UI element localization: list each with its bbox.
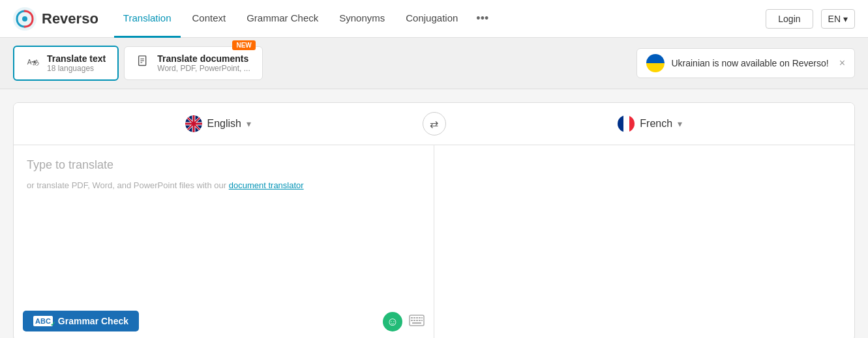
svg-rect-24 [411, 320, 413, 321]
tab-translate-docs[interactable]: NEW Translate documents Word, PDF, Power… [124, 46, 263, 80]
tab-translate-text-title: Translate text [47, 53, 106, 64]
translator-box: English ▾ ⇄ French ▾ Type to translate [13, 102, 855, 338]
target-text-panel [434, 145, 854, 338]
target-lang-label: French [640, 118, 672, 130]
nav-item-synonyms[interactable]: Synonyms [330, 0, 394, 38]
translate-docs-icon [136, 55, 151, 72]
svg-rect-27 [419, 320, 421, 321]
main-content: English ▾ ⇄ French ▾ Type to translate [0, 89, 868, 338]
logo[interactable]: Reverso [13, 7, 98, 31]
svg-rect-23 [421, 317, 423, 318]
target-language-selector[interactable]: French ▾ [446, 115, 855, 132]
svg-text:A: A [27, 58, 32, 65]
svg-rect-21 [416, 317, 418, 318]
svg-rect-20 [413, 317, 415, 318]
fr-flag-icon [618, 115, 635, 132]
grammar-check-icon: ABC ✓ [33, 316, 53, 326]
keyboard-icon [409, 315, 425, 326]
language-bar: English ▾ ⇄ French ▾ [14, 103, 854, 145]
header-right: Login EN ▾ [766, 9, 855, 29]
header: Reverso Translation Context Grammar Chec… [0, 0, 868, 38]
tab-docs-subtitle: Word, PDF, PowerPoint, ... [157, 64, 250, 73]
svg-rect-25 [413, 320, 415, 321]
nav-item-conjugation[interactable]: Conjugation [397, 0, 467, 38]
nav-item-translation[interactable]: Translation [114, 0, 181, 38]
tabs-bar: A あ Translate text 18 languages NEW Tran… [0, 38, 868, 89]
source-panel-actions: ☺ [383, 312, 425, 331]
svg-rect-29 [412, 322, 421, 324]
source-lang-label: English [207, 118, 241, 130]
swap-languages-button[interactable]: ⇄ [423, 112, 446, 135]
uk-flag-icon [185, 115, 202, 132]
login-button[interactable]: Login [766, 9, 813, 29]
close-notification-button[interactable]: × [839, 57, 845, 69]
svg-rect-26 [416, 320, 418, 321]
source-text-input[interactable] [14, 145, 434, 315]
svg-rect-19 [411, 317, 413, 318]
source-text-panel: Type to translate or translate PDF, Word… [14, 145, 434, 338]
text-panels: Type to translate or translate PDF, Word… [14, 145, 854, 338]
emoji-button[interactable]: ☺ [383, 312, 402, 331]
nav-more-button[interactable]: ••• [470, 0, 495, 38]
notification-banner: Ukrainian is now available on Reverso! × [636, 48, 855, 78]
emoji-icon: ☺ [387, 315, 398, 329]
tab-docs-title: Translate documents [157, 53, 250, 64]
source-lang-chevron: ▾ [247, 119, 251, 129]
source-language-selector[interactable]: English ▾ [14, 115, 423, 132]
tab-text-info: Translate text 18 languages [47, 53, 106, 73]
new-badge: NEW [232, 40, 255, 50]
target-lang-chevron: ▾ [678, 119, 682, 129]
grammar-check-button[interactable]: ABC ✓ Grammar Check [23, 311, 139, 331]
current-lang-label: EN [828, 14, 841, 24]
main-nav: Translation Context Grammar Check Synony… [114, 0, 766, 38]
svg-rect-28 [421, 320, 423, 321]
lang-chevron-icon: ▾ [843, 14, 848, 24]
svg-point-1 [22, 16, 27, 21]
nav-item-context[interactable]: Context [183, 0, 235, 38]
language-selector-button[interactable]: EN ▾ [821, 9, 855, 29]
reverso-logo-icon [13, 7, 37, 31]
logo-text: Reverso [42, 10, 98, 27]
notification-text: Ukrainian is now available on Reverso! [671, 58, 828, 68]
swap-icon: ⇄ [430, 118, 438, 130]
tab-docs-info: Translate documents Word, PDF, PowerPoin… [157, 53, 250, 73]
translate-text-icon: A あ [26, 55, 40, 72]
ukraine-flag-icon [646, 54, 665, 72]
svg-rect-22 [419, 317, 421, 318]
tab-translate-text[interactable]: A あ Translate text 18 languages [13, 46, 119, 81]
keyboard-button[interactable] [409, 315, 425, 330]
nav-item-grammar-check[interactable]: Grammar Check [237, 0, 327, 38]
tab-translate-text-subtitle: 18 languages [47, 64, 106, 73]
grammar-check-label: Grammar Check [58, 316, 128, 326]
